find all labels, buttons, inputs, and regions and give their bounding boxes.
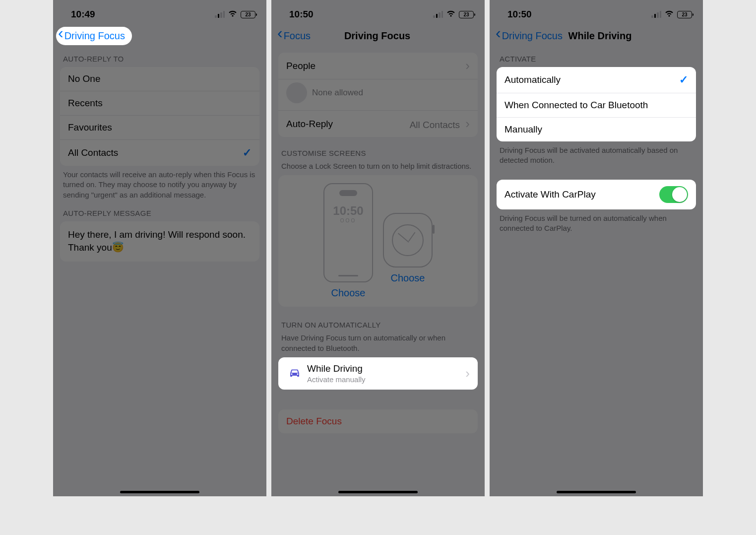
option-no-one[interactable]: No One — [60, 67, 259, 91]
auto-reply-value: All Contacts — [410, 120, 460, 130]
cell-signal-icon — [433, 11, 443, 18]
chevron-right-icon — [465, 59, 470, 72]
screen-while-driving: 10:50 23 Driving Focus While Driving ACT… — [490, 0, 703, 496]
option-automatically[interactable]: Automatically ✓ — [497, 67, 696, 93]
home-indicator[interactable] — [120, 491, 199, 493]
checkmark-icon: ✓ — [679, 73, 688, 86]
activate-header: ACTIVATE — [490, 50, 703, 67]
auto-on-header: TURN ON AUTOMATICALLY — [271, 307, 485, 333]
auto-reply-row[interactable]: Auto-Reply All Contacts — [278, 110, 478, 137]
delete-focus-group: Delete Focus — [278, 409, 478, 433]
auto-on-footer: Have Driving Focus turn on automatically… — [271, 333, 485, 357]
cell-signal-icon — [215, 11, 225, 18]
home-indicator[interactable] — [557, 491, 636, 493]
status-time: 10:49 — [71, 9, 95, 20]
customise-header: CUSTOMISE SCREENS — [271, 137, 485, 161]
choose-iphone-link[interactable]: Choose — [331, 287, 366, 299]
battery-icon: 23 — [677, 11, 692, 18]
activate-carplay-row[interactable]: Activate With CarPlay — [497, 180, 696, 209]
while-driving-label: While Driving — [307, 363, 366, 374]
activate-footer: Driving Focus will be activated automati… — [490, 141, 703, 170]
screen-driving-focus: 10:50 23 Focus Driving Focus People None… — [271, 0, 485, 496]
nav-bar: Focus Driving Focus — [271, 25, 485, 50]
delete-focus-button[interactable]: Delete Focus — [278, 409, 478, 433]
chevron-left-icon — [277, 30, 283, 42]
checkmark-icon: ✓ — [243, 146, 252, 159]
back-button-highlight[interactable]: Driving Focus — [56, 27, 132, 45]
auto-reply-to-group: No One Recents Favourites All Contacts ✓ — [60, 67, 259, 166]
watch-mock-icon — [383, 213, 433, 268]
option-favourites[interactable]: Favourites — [60, 116, 259, 140]
car-icon — [286, 368, 303, 378]
iphone-screen-option[interactable]: 10:50 OOO Choose — [323, 183, 373, 299]
customise-footer: Choose a Lock Screen to turn on to help … — [271, 161, 485, 175]
customise-screens-box: 10:50 OOO Choose Choose — [278, 175, 478, 307]
chevron-right-icon — [465, 367, 470, 380]
auto-reply-message-box[interactable]: Hey there, I am driving! Will respond so… — [60, 221, 259, 262]
option-recents[interactable]: Recents — [60, 91, 259, 116]
chevron-left-icon — [496, 30, 501, 42]
battery-icon: 23 — [241, 11, 255, 18]
people-none-allowed: None allowed — [278, 79, 478, 110]
section-header-auto-reply-to: AUTO-REPLY TO — [53, 50, 266, 67]
option-manually[interactable]: Manually — [497, 118, 696, 141]
wifi-icon — [446, 9, 456, 20]
choose-watch-link[interactable]: Choose — [391, 272, 425, 284]
activate-options-group: Automatically ✓ When Connected to Car Bl… — [497, 67, 696, 141]
status-bar: 10:50 23 — [271, 0, 485, 25]
option-all-contacts[interactable]: All Contacts ✓ — [60, 140, 259, 166]
wifi-icon — [664, 9, 674, 20]
watch-screen-option[interactable]: Choose — [383, 183, 433, 299]
section-header-message: AUTO-REPLY MESSAGE — [53, 204, 266, 221]
option-car-bluetooth[interactable]: When Connected to Car Bluetooth — [497, 93, 696, 118]
chevron-left-icon — [58, 30, 63, 42]
nav-title: While Driving — [503, 30, 697, 42]
people-group: People None allowed Auto-Reply All Conta… — [278, 53, 478, 137]
home-indicator[interactable] — [338, 491, 418, 493]
status-time: 10:50 — [289, 9, 314, 20]
nav-bar: Driving Focus — [53, 25, 266, 50]
toggle-on-icon[interactable] — [659, 186, 688, 203]
iphone-mock-icon: 10:50 OOO — [323, 183, 373, 282]
auto-reply-footer: Your contacts will receive an auto-reply… — [53, 166, 266, 204]
status-bar: 10:49 23 — [53, 0, 266, 25]
back-label: Driving Focus — [64, 30, 125, 42]
status-time: 10:50 — [507, 9, 532, 20]
while-driving-sub: Activate manually — [307, 375, 366, 384]
screen-auto-reply: 10:49 23 Driving Focus AUTO-REPLY TO No … — [53, 0, 266, 496]
wifi-icon — [228, 9, 238, 20]
carplay-footer: Driving Focus will be turned on automati… — [490, 209, 703, 238]
cell-signal-icon — [651, 11, 661, 18]
carplay-group: Activate With CarPlay — [497, 180, 696, 209]
battery-icon: 23 — [459, 11, 474, 18]
nav-bar: Driving Focus While Driving — [490, 25, 703, 50]
while-driving-row-highlight[interactable]: While Driving Activate manually — [278, 357, 478, 390]
status-bar: 10:50 23 — [490, 0, 703, 25]
people-row[interactable]: People — [278, 53, 478, 79]
nav-title: Driving Focus — [276, 30, 479, 42]
chevron-right-icon — [465, 120, 470, 130]
avatar-placeholder-icon — [286, 82, 307, 103]
